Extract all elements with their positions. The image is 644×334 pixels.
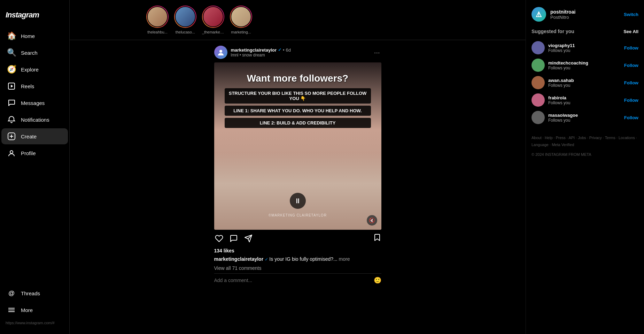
post-more-button[interactable]: ··· bbox=[373, 47, 381, 58]
emoji-button[interactable]: 🙂 bbox=[374, 276, 381, 284]
story-avatar-4 bbox=[231, 6, 251, 27]
sidebar-item-reels[interactable]: Reels bbox=[1, 78, 68, 94]
story-item-1[interactable]: theleahbu... bbox=[146, 6, 169, 34]
footer-link-privacy[interactable]: Privacy bbox=[589, 136, 602, 140]
sidebar-bottom: @ Threads More https://www.instagram.com… bbox=[0, 285, 69, 330]
caption-username[interactable]: marketingclairetaylor bbox=[214, 256, 264, 262]
suggested-username-3[interactable]: awan.sahab bbox=[548, 78, 574, 83]
story-label-3: _themarket... bbox=[202, 30, 224, 34]
post-username-wrap: marketingclairetaylor ✓ • 6d lmnl • snow… bbox=[231, 47, 291, 58]
verified-badge-caption: ✓ bbox=[265, 257, 269, 262]
post-image: Want more followers? STRUCTURE YOUR BIO … bbox=[214, 62, 381, 230]
story-label-4: marketing... bbox=[231, 30, 251, 34]
post-actions-left bbox=[214, 234, 368, 243]
comment-input[interactable] bbox=[214, 278, 374, 283]
svg-marker-1 bbox=[11, 85, 13, 88]
sidebar-label-reels: Reels bbox=[21, 83, 34, 89]
footer-url: https://www.instagram.com/# bbox=[0, 319, 69, 327]
sidebar-item-explore[interactable]: 🧭 Explore bbox=[1, 61, 68, 77]
like-button[interactable] bbox=[214, 234, 224, 243]
sidebar-item-profile[interactable]: Profile bbox=[1, 145, 68, 161]
sidebar-label-notifications: Notifications bbox=[21, 117, 49, 123]
messages-icon bbox=[7, 98, 16, 107]
add-comment-area: 🙂 bbox=[214, 273, 381, 287]
account-avatar[interactable] bbox=[532, 7, 546, 22]
footer-link-about[interactable]: About bbox=[532, 136, 542, 140]
post-username[interactable]: marketingclairetaylor ✓ • 6d bbox=[231, 47, 291, 53]
follow-button-5[interactable]: Follow bbox=[624, 115, 638, 120]
story-label-2: thelucaso... bbox=[176, 30, 195, 34]
sidebar-item-messages[interactable]: Messages bbox=[1, 95, 68, 111]
overlay-title: Want more followers? bbox=[225, 73, 371, 84]
suggested-username-4[interactable]: frabirola bbox=[548, 95, 570, 100]
story-item-2[interactable]: thelucaso... bbox=[174, 6, 196, 34]
post-time-value: 6d bbox=[286, 47, 291, 53]
notifications-icon bbox=[7, 115, 16, 124]
search-icon: 🔍 bbox=[7, 48, 16, 57]
suggested-username-1[interactable]: viography11 bbox=[548, 43, 575, 48]
suggested-title: Suggested for you bbox=[532, 29, 574, 34]
suggested-avatar-1[interactable] bbox=[532, 41, 545, 54]
suggested-avatar-5[interactable] bbox=[532, 111, 545, 124]
overlay-line2: LINE 1: SHARE WHAT YOU DO. WHO YOU HELP … bbox=[225, 106, 371, 116]
suggested-user-info-3: awan.sahab Follows you bbox=[548, 78, 574, 88]
follow-button-1[interactable]: Follow bbox=[624, 45, 638, 51]
account-name: postnitroai bbox=[550, 9, 575, 15]
likes-count[interactable]: 134 likes bbox=[214, 247, 381, 256]
post-subtitle: lmnl • snow dream bbox=[231, 53, 291, 58]
footer-link-terms[interactable]: Terms bbox=[605, 136, 615, 140]
stories-bar: theleahbu... thelucaso... _themarket... … bbox=[70, 0, 526, 40]
sidebar-item-notifications[interactable]: Notifications bbox=[1, 112, 68, 128]
see-all-button[interactable]: See All bbox=[623, 29, 638, 34]
sidebar-item-search[interactable]: 🔍 Search bbox=[1, 45, 68, 61]
share-button[interactable] bbox=[243, 234, 253, 243]
post-caption: marketingclairetaylor ✓ Is your IG bio f… bbox=[214, 256, 381, 264]
sidebar-label-threads: Threads bbox=[21, 290, 40, 296]
profile-icon bbox=[7, 149, 16, 158]
caption-more[interactable]: more bbox=[339, 256, 350, 262]
story-item-4[interactable]: marketing... bbox=[230, 6, 252, 34]
save-button[interactable] bbox=[373, 233, 381, 244]
post-copyright: ©MARKETING CLAIRETAYLOR bbox=[269, 213, 327, 217]
caption-text: Is your IG bio fully optimised?... bbox=[269, 256, 337, 262]
view-comments-link[interactable]: View all 71 comments bbox=[214, 264, 381, 272]
mute-button[interactable]: 🔇 bbox=[367, 215, 377, 226]
suggested-sub-5: Follows you bbox=[548, 118, 578, 123]
suggested-avatar-2[interactable] bbox=[532, 59, 545, 72]
suggested-avatar-4[interactable] bbox=[532, 93, 545, 107]
suggested-sub-2: Follows you bbox=[548, 66, 588, 70]
post-time: • bbox=[283, 47, 285, 53]
story-avatar-3 bbox=[203, 6, 224, 27]
footer-link-meta-verified[interactable]: Meta Verified bbox=[552, 143, 574, 147]
follow-button-3[interactable]: Follow bbox=[624, 80, 638, 85]
suggested-user-2: mindtechcoaching Follows you Follow bbox=[532, 56, 638, 74]
suggested-username-2[interactable]: mindtechcoaching bbox=[548, 60, 588, 66]
explore-icon: 🧭 bbox=[7, 65, 16, 74]
comment-button[interactable] bbox=[229, 234, 239, 243]
story-ring-4 bbox=[230, 6, 252, 28]
follow-button-4[interactable]: Follow bbox=[624, 98, 638, 103]
footer-link-help[interactable]: Help bbox=[545, 136, 553, 140]
footer-link-api[interactable]: API bbox=[568, 136, 575, 140]
suggested-avatar-3[interactable] bbox=[532, 76, 545, 89]
footer-link-locations[interactable]: Locations bbox=[619, 136, 635, 140]
follow-button-2[interactable]: Follow bbox=[624, 63, 638, 68]
switch-account-button[interactable]: Switch bbox=[624, 12, 638, 17]
footer-link-jobs[interactable]: Jobs bbox=[578, 136, 586, 140]
footer-link-press[interactable]: Press bbox=[556, 136, 566, 140]
sidebar-label-home: Home bbox=[21, 33, 35, 39]
suggested-username-5[interactable]: masaoiwagoe bbox=[548, 113, 578, 118]
sidebar-label-profile: Profile bbox=[21, 150, 36, 156]
account-handle: PostNitro bbox=[550, 15, 575, 20]
post-avatar[interactable] bbox=[214, 46, 227, 59]
sidebar-item-threads[interactable]: @ Threads bbox=[1, 285, 68, 301]
story-item-3[interactable]: _themarket... bbox=[202, 6, 224, 34]
footer-links: About · Help · Press · API · Jobs · Priv… bbox=[532, 135, 638, 158]
sidebar-label-search: Search bbox=[21, 50, 38, 56]
sidebar-item-create[interactable]: Create bbox=[1, 128, 68, 144]
sidebar-item-home[interactable]: 🏠 Home bbox=[1, 28, 68, 44]
sidebar-item-more[interactable]: More bbox=[1, 302, 68, 318]
suggested-sub-4: Follows you bbox=[548, 100, 570, 105]
footer-link-language[interactable]: Language bbox=[532, 143, 549, 147]
more-icon bbox=[7, 305, 16, 314]
